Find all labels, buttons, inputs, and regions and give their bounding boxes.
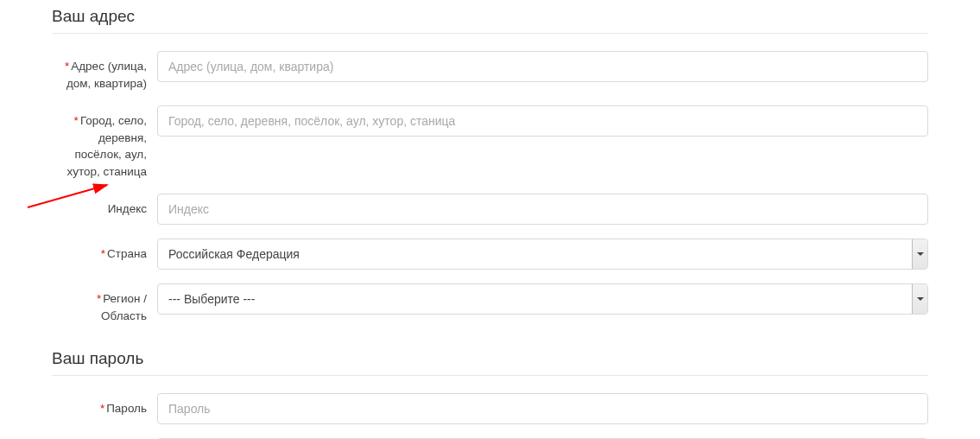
label-city: *Город, село, деревня, посёлок, аул, хут… xyxy=(52,105,157,180)
region-select[interactable]: --- Выберите --- xyxy=(157,283,928,315)
label-password: *Пароль xyxy=(52,393,157,417)
required-star: * xyxy=(97,292,101,305)
form-row-city: *Город, село, деревня, посёлок, аул, хут… xyxy=(52,105,928,180)
form-row-password: *Пароль xyxy=(52,393,928,424)
required-star: * xyxy=(65,60,69,73)
form-row-region: *Регион / Область --- Выберите --- xyxy=(52,283,928,324)
password-input[interactable] xyxy=(157,393,928,424)
label-region: *Регион / Область xyxy=(52,283,157,324)
postcode-input[interactable] xyxy=(157,194,928,225)
form-row-postcode: Индекс xyxy=(52,194,928,225)
label-postcode: Индекс xyxy=(52,194,157,218)
label-address: *Адрес (улица, дом, квартира) xyxy=(52,51,157,92)
required-star: * xyxy=(100,402,104,415)
required-star: * xyxy=(74,114,79,127)
required-star: * xyxy=(101,247,105,260)
label-country: *Страна xyxy=(52,239,157,263)
form-row-country: *Страна Российская Федерация xyxy=(52,239,928,270)
section-title-password: Ваш пароль xyxy=(52,349,928,376)
city-input[interactable] xyxy=(157,105,928,137)
form-row-address: *Адрес (улица, дом, квартира) xyxy=(52,51,928,92)
address-input[interactable] xyxy=(157,51,928,82)
section-title-address: Ваш адрес xyxy=(52,7,928,34)
country-select[interactable]: Российская Федерация xyxy=(157,239,928,270)
